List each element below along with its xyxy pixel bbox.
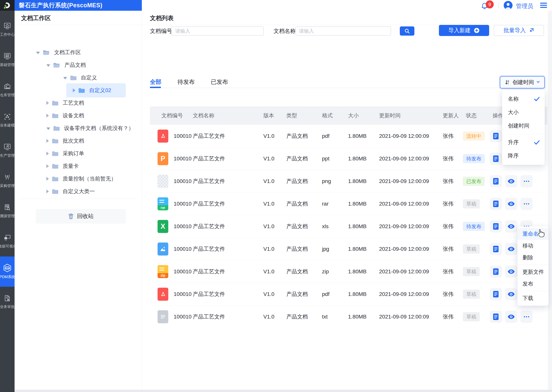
tab-待发布[interactable]: 待发布 bbox=[177, 78, 195, 86]
sidebar-item-数据可视化[interactable]: 数据可视化 bbox=[0, 226, 15, 257]
workcenter-icon bbox=[3, 22, 11, 30]
doc-detail-button[interactable] bbox=[490, 153, 502, 165]
context-menu-item-移动[interactable]: 移动 bbox=[517, 240, 549, 252]
preview-eye-button[interactable] bbox=[505, 311, 517, 323]
tree-item-质量控制（当前暂无）[interactable]: 质量控制（当前暂无） bbox=[15, 172, 142, 185]
table-row: P100010产品工艺文件V1.0产品文档ppt1.80MB2021-09-09… bbox=[150, 147, 547, 170]
table-row: rar100010产品工艺文件V1.0产品文档rar1.80MB2021-09-… bbox=[150, 193, 547, 215]
doc-detail-button[interactable] bbox=[490, 175, 502, 187]
sidebar-item-label: 数据可视化 bbox=[0, 244, 16, 249]
row-actions bbox=[490, 198, 547, 210]
batch-import-button[interactable]: 批量导入 bbox=[494, 25, 544, 36]
caret-right-icon[interactable] bbox=[73, 88, 75, 92]
right-strip[interactable] bbox=[548, 11, 552, 390]
sort-option-降序[interactable]: 降序 bbox=[502, 149, 545, 162]
status-badge: 草稿 bbox=[463, 290, 480, 299]
cell-doc-id: 100010 bbox=[174, 156, 193, 162]
sidebar-item-业务审批[interactable]: 业务审批 bbox=[0, 287, 15, 317]
sort-dropdown-menu: 名称大小创建时间升序降序 bbox=[502, 90, 545, 165]
doc-detail-button[interactable] bbox=[490, 220, 502, 232]
tree-item-自定义02[interactable]: 自定义02 bbox=[15, 84, 142, 97]
tab-已发布[interactable]: 已发布 bbox=[211, 78, 228, 86]
sidebar-item-采购管理[interactable]: 采购管理 bbox=[0, 166, 15, 196]
caret-down-icon[interactable] bbox=[46, 64, 50, 67]
page-title: 文档列表 bbox=[150, 14, 174, 22]
sort-dropdown-button[interactable]: 创建时间 bbox=[500, 76, 545, 88]
sidebar-item-溯源管理[interactable]: 溯源管理 bbox=[0, 196, 15, 226]
preview-eye-button[interactable] bbox=[505, 175, 517, 187]
sidebar-item-基础管理[interactable]: 基础管理 bbox=[0, 45, 15, 75]
context-menu-item-发布[interactable]: 发布 bbox=[517, 278, 549, 290]
preview-eye-button[interactable] bbox=[505, 266, 517, 278]
preview-eye-button[interactable] bbox=[505, 288, 517, 300]
sort-option-名称[interactable]: 名称 bbox=[502, 92, 545, 106]
sidebar-item-生产管理[interactable]: 生产管理 bbox=[0, 135, 15, 166]
caret-down-icon[interactable] bbox=[46, 127, 50, 130]
caret-down-icon[interactable] bbox=[63, 77, 67, 79]
chevron-down-icon bbox=[536, 81, 540, 84]
doc-detail-button[interactable] bbox=[490, 198, 502, 210]
tree-item-采购订单[interactable]: 采购订单 bbox=[15, 147, 142, 160]
doc-detail-button[interactable] bbox=[490, 243, 502, 255]
avatar[interactable] bbox=[504, 1, 513, 10]
caret-right-icon[interactable] bbox=[46, 189, 49, 193]
context-menu-item-更新文件[interactable]: 更新文件 bbox=[517, 266, 549, 278]
preview-eye-button[interactable] bbox=[505, 243, 517, 255]
user-name[interactable]: 管理员 bbox=[516, 2, 533, 10]
preview-eye-button[interactable] bbox=[505, 220, 517, 232]
tree-item-批次文档[interactable]: 批次文档 bbox=[15, 134, 142, 147]
caret-right-icon[interactable] bbox=[46, 164, 49, 168]
sidebar-item-label: 工作中心 bbox=[0, 32, 15, 37]
menu-hamburger-icon[interactable] bbox=[540, 3, 547, 9]
context-menu-item-删除[interactable]: 删除 bbox=[517, 252, 549, 264]
cell-version: V1.0 bbox=[263, 178, 286, 184]
sidebar-item-业务建模[interactable]: 业务建模 bbox=[0, 105, 15, 135]
doc-detail-button[interactable] bbox=[490, 288, 502, 300]
import-new-button[interactable]: 导入新建 bbox=[439, 25, 489, 36]
status-badge: 草稿 bbox=[463, 312, 480, 321]
more-actions-button[interactable] bbox=[520, 311, 533, 323]
cell-format: txt bbox=[322, 314, 348, 320]
doc-detail-button[interactable] bbox=[490, 311, 502, 323]
tree-item-设备文档[interactable]: 设备文档 bbox=[15, 109, 142, 122]
cell-updated: 2021-09-09 12:00:09 bbox=[379, 291, 443, 297]
recycle-bin-button[interactable]: 回收站 bbox=[36, 209, 126, 224]
preview-eye-button[interactable] bbox=[505, 198, 517, 210]
caret-right-icon[interactable] bbox=[46, 177, 49, 181]
tree-item-自定义[interactable]: 自定义 bbox=[15, 71, 142, 84]
caret-right-icon[interactable] bbox=[46, 101, 49, 105]
tree-item-自定义大类一[interactable]: 自定义大类一 bbox=[15, 185, 142, 198]
context-menu-item-下载[interactable]: 下载 bbox=[517, 292, 549, 304]
sidebar-item-仓库管理[interactable]: 仓库管理 bbox=[0, 75, 15, 105]
caret-down-icon[interactable] bbox=[36, 52, 40, 54]
table-body: 100010产品工艺文件V1.0产品文档pdf1.80MB2021-09-09 … bbox=[150, 125, 547, 328]
more-actions-button[interactable] bbox=[520, 198, 533, 210]
tab-全部[interactable]: 全部 bbox=[150, 78, 161, 86]
sort-option-大小[interactable]: 大小 bbox=[502, 106, 545, 119]
table-header: 文档编号文档名称版本类型格式大小更新时间更新人状态操作 bbox=[150, 106, 547, 125]
doc-detail-button[interactable] bbox=[490, 266, 502, 278]
recycle-bin-label: 回收站 bbox=[77, 212, 94, 220]
caret-right-icon[interactable] bbox=[46, 114, 49, 118]
svg-text:PDM: PDM bbox=[5, 267, 9, 269]
doc-no-input[interactable] bbox=[171, 26, 264, 35]
folder-icon bbox=[70, 75, 77, 80]
tree-item-工艺文档[interactable]: 工艺文档 bbox=[15, 97, 142, 109]
sidebar-item-PDM系统[interactable]: PDMPDM系统 bbox=[0, 257, 15, 287]
sort-option-升序[interactable]: 升序 bbox=[502, 136, 545, 149]
doc-name-input[interactable] bbox=[295, 26, 391, 35]
tree-item-质量卡[interactable]: 质量卡 bbox=[15, 160, 142, 172]
doc-detail-button[interactable] bbox=[490, 130, 502, 142]
cell-updater: 张伟 bbox=[443, 268, 463, 275]
search-button[interactable] bbox=[400, 26, 414, 35]
tree-item-文档工作区[interactable]: 文档工作区 bbox=[15, 46, 142, 59]
sort-option-创建时间[interactable]: 创建时间 bbox=[502, 119, 545, 133]
more-actions-button[interactable] bbox=[520, 175, 533, 187]
trash-icon bbox=[68, 213, 74, 220]
caret-right-icon[interactable] bbox=[46, 152, 49, 155]
tree-item-设备零件文档（系统没有？）[interactable]: 设备零件文档（系统没有？） bbox=[15, 122, 142, 134]
tree-item-产品文档[interactable]: 产品文档 bbox=[15, 59, 142, 71]
sidebar-item-工作中心[interactable]: 工作中心 bbox=[0, 14, 15, 45]
caret-right-icon[interactable] bbox=[46, 139, 49, 143]
folder-icon bbox=[53, 126, 60, 131]
